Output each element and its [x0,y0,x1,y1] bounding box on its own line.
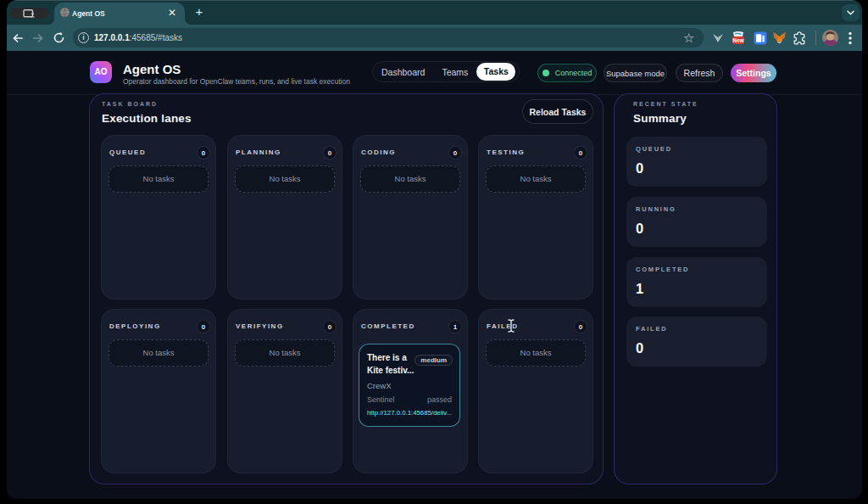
svg-text:New: New [732,37,744,43]
